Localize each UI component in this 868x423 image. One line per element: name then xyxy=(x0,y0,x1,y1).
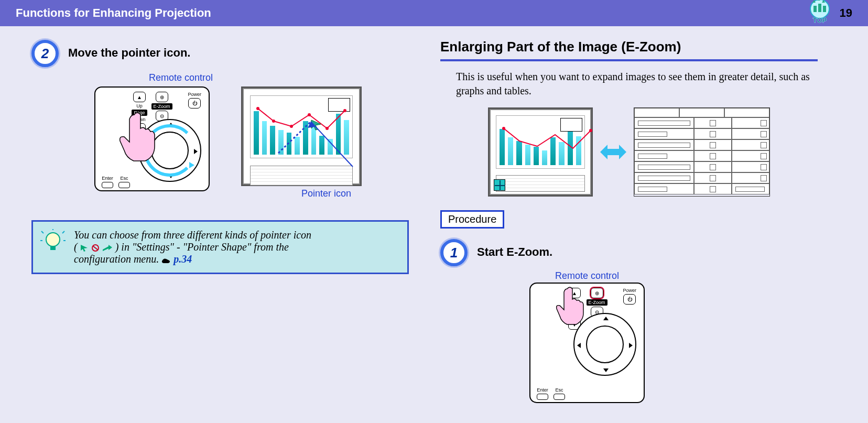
procedure-label: Procedure xyxy=(440,210,504,229)
remote-power-button: ⏻ xyxy=(188,98,201,109)
reference-hand-icon xyxy=(161,256,171,264)
remote-control-illustration: ▲ Up Page Down ▼ ⊕ E-Zoom ⊖ Power ⏻ xyxy=(94,86,210,191)
remote-power-label: Power xyxy=(623,288,636,293)
remote-esc-button xyxy=(118,182,130,188)
header-right: TOP 19 xyxy=(805,0,852,28)
page-number: 19 xyxy=(840,6,852,20)
remote-power-button: ⏻ xyxy=(623,294,636,305)
left-column: 2 Move the pointer icon. Remote control … xyxy=(31,37,409,403)
ezoom-illustration xyxy=(440,107,818,197)
svg-line-21 xyxy=(62,231,64,233)
svg-point-17 xyxy=(46,233,60,246)
double-arrow-icon xyxy=(601,145,625,159)
remote-up-label: Up xyxy=(136,103,143,109)
remote-esc-label: Esc xyxy=(120,176,128,181)
header-title: Functions for Enhancing Projection xyxy=(16,6,805,20)
svg-line-15 xyxy=(278,122,311,153)
tip-text: You can choose from three different kind… xyxy=(74,229,311,265)
remote-ezoom-label: E-Zoom xyxy=(587,299,607,306)
svg-rect-2 xyxy=(818,4,821,12)
ezoom-after-table xyxy=(634,107,770,197)
hand-press-icon xyxy=(554,287,585,329)
svg-marker-27 xyxy=(103,245,112,251)
svg-rect-18 xyxy=(50,246,56,250)
remote-zoom-in-button: ⊕ xyxy=(591,288,603,298)
svg-point-7 xyxy=(256,107,259,110)
top-button[interactable]: TOP xyxy=(805,0,834,28)
remote-esc-label: Esc xyxy=(555,387,563,393)
page-header: Functions for Enhancing Projection TOP 1… xyxy=(0,0,868,26)
section-heading: Enlarging Part of the Image (E-Zoom) xyxy=(440,39,818,55)
ezoom-target-icon xyxy=(494,179,505,191)
section-underline xyxy=(440,59,818,61)
pointer-shape-2-icon xyxy=(91,244,100,252)
ezoom-before-screen xyxy=(488,107,593,197)
svg-line-14 xyxy=(311,122,353,167)
page-reference-link[interactable]: p.34 xyxy=(173,253,192,265)
remote-esc-button xyxy=(554,394,565,400)
step-badge-1: 1 xyxy=(440,239,468,266)
svg-rect-1 xyxy=(813,6,817,12)
pointer-icon-label: Pointer icon xyxy=(241,188,362,199)
remote-power-group: Power ⏻ xyxy=(623,288,636,305)
ezoom-table-icon xyxy=(496,175,585,192)
remote-enter-button xyxy=(537,394,548,400)
step-badge-2: 2 xyxy=(31,40,59,67)
remote-control-label-right: Remote control xyxy=(356,270,818,281)
svg-marker-24 xyxy=(81,245,88,252)
right-column: Enlarging Part of the Image (E-Zoom) Thi… xyxy=(440,37,818,403)
remote-power-group: Power ⏻ xyxy=(188,92,201,109)
callout-line-icon xyxy=(274,101,363,169)
tip-box: You can choose from three different kind… xyxy=(31,220,409,274)
remote-enter-label: Enter xyxy=(537,387,548,393)
projection-screen-illustration xyxy=(241,86,362,186)
remote-page-up-button: ▲ xyxy=(133,92,146,102)
top-label: TOP xyxy=(812,16,827,24)
remote-enter-label: Enter xyxy=(102,176,113,181)
svg-marker-5 xyxy=(817,0,820,1)
chart-legend-icon xyxy=(560,118,582,132)
remote-ezoom-label: E-Zoom xyxy=(151,103,172,110)
section-text: This is useful when you want to expand i… xyxy=(456,70,818,98)
step-title-1: Start E-Zoom. xyxy=(477,245,552,259)
tip-lightbulb-icon xyxy=(40,229,66,261)
svg-rect-3 xyxy=(823,6,826,12)
svg-line-20 xyxy=(41,231,44,233)
pointer-shape-3-icon xyxy=(102,244,113,252)
hand-pointer-icon xyxy=(116,111,158,163)
remote-enter-button xyxy=(102,182,113,188)
pointer-shape-1-icon xyxy=(80,244,89,252)
svg-point-29 xyxy=(589,129,592,132)
svg-line-26 xyxy=(93,246,98,250)
remote-power-label: Power xyxy=(188,92,201,97)
remote-zoom-in-button: ⊕ xyxy=(156,92,168,102)
step-title-2: Move the pointer icon. xyxy=(68,46,190,60)
remote-control-illustration-ezoom: ▲ Up Page Down ▼ ⊕ E-Zoom ⊖ Power ⏻ xyxy=(529,283,645,403)
remote-control-label: Remote control xyxy=(0,72,409,83)
ezoom-chart xyxy=(496,115,585,169)
